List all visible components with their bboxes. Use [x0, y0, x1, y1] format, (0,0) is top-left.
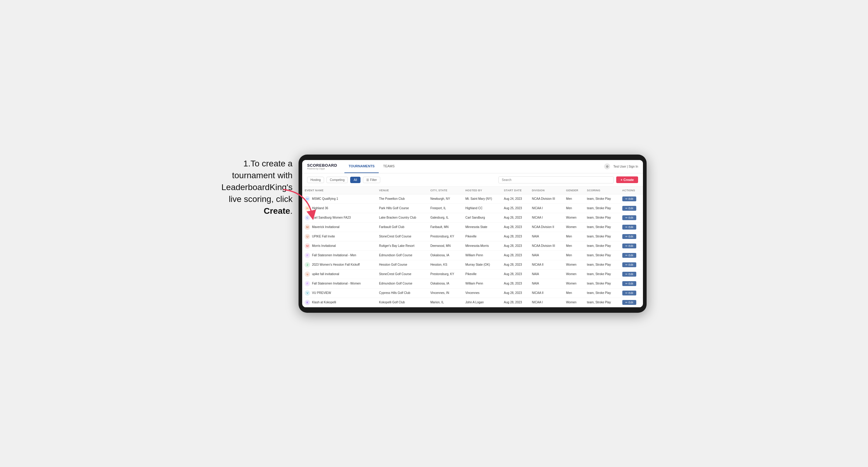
nav-tab-tournaments[interactable]: TOURNAMENTS — [344, 160, 379, 173]
cell-city-state: Hesston, KS — [428, 260, 463, 269]
toolbar: Hosting Competing All ☰ Filter + Create — [302, 174, 643, 187]
cell-scoring: team, Stroke Play — [585, 250, 620, 260]
cell-start-date: Aug 28, 2023 — [501, 250, 529, 260]
edit-button[interactable]: ✏ Edit — [622, 300, 637, 305]
event-name-text: Maverick Invitational — [312, 225, 340, 229]
cell-actions: ✏ Edit — [620, 288, 643, 298]
edit-button[interactable]: ✏ Edit — [622, 244, 637, 248]
cell-city-state: Faribault, MN — [428, 222, 463, 232]
cell-start-date: Aug 28, 2023 — [501, 269, 529, 279]
cell-actions: ✏ Edit — [620, 269, 643, 279]
team-icon: F — [305, 253, 310, 258]
hosting-filter-button[interactable]: Hosting — [307, 177, 324, 183]
cell-start-date: Aug 28, 2023 — [501, 260, 529, 269]
cell-scoring: team, Stroke Play — [585, 213, 620, 222]
edit-pencil-icon: ✏ — [625, 273, 628, 276]
cell-hosted-by: John A Logan — [463, 298, 501, 307]
cell-actions: ✏ Edit — [620, 279, 643, 288]
tablet-device: SCOREBOARD Powered by Clippit TOURNAMENT… — [299, 155, 647, 313]
cell-gender: Men — [564, 288, 585, 298]
cell-start-date: Aug 24, 2023 — [501, 194, 529, 204]
team-icon: M — [305, 243, 310, 249]
edit-button[interactable]: ✏ Edit — [622, 234, 637, 239]
edit-button[interactable]: ✏ Edit — [622, 272, 637, 277]
nav-tab-teams[interactable]: TEAMS — [379, 160, 399, 173]
col-venue: VENUE — [377, 187, 428, 194]
cell-event-name: F Fall Statesmen Invitational - Men — [302, 250, 377, 260]
table-row: F Fall Statesmen Invitational - Women Ed… — [302, 279, 643, 288]
create-button[interactable]: + Create — [616, 177, 638, 183]
edit-pencil-icon: ✏ — [625, 254, 628, 257]
edit-button[interactable]: ✏ Edit — [622, 225, 637, 229]
cell-division: NICAA I — [529, 298, 564, 307]
cell-event-name: M Maverick Invitational — [302, 222, 377, 232]
cell-city-state: Prestonsburg, KY — [428, 232, 463, 241]
table-row: F Fall Statesmen Invitational - Men Edmu… — [302, 250, 643, 260]
logo-area: SCOREBOARD Powered by Clippit — [307, 163, 337, 170]
cell-start-date: Aug 26, 2023 — [501, 213, 529, 222]
filter-toggle-button[interactable]: ☰ Filter — [363, 177, 380, 183]
event-name-text: upike fall invitational — [312, 272, 339, 276]
cell-scoring: team, Stroke Play — [585, 288, 620, 298]
col-division: DIVISION — [529, 187, 564, 194]
cell-scoring: team, Stroke Play — [585, 204, 620, 213]
cell-start-date: Aug 28, 2023 — [501, 288, 529, 298]
cell-actions: ✏ Edit — [620, 194, 643, 204]
cell-scoring: team, Stroke Play — [585, 232, 620, 241]
cell-city-state: Freeport, IL — [428, 204, 463, 213]
table-row: 2 2023 Women's Hesston Fall Kickoff Hess… — [302, 260, 643, 269]
cell-actions: ✏ Edit — [620, 241, 643, 250]
event-name-text: Fall Statesmen Invitational - Men — [312, 253, 356, 257]
search-input[interactable] — [498, 177, 614, 183]
cell-city-state: Oskaloosa, IA — [428, 279, 463, 288]
table-row: V VU PREVIEW Cypress Hills Golf Club Vin… — [302, 288, 643, 298]
table-row: C Carl Sandburg Women FA23 Lake Bracken … — [302, 213, 643, 222]
cell-start-date: Aug 28, 2023 — [501, 241, 529, 250]
cell-venue: Kokopelli Golf Club — [377, 298, 428, 307]
cell-actions: ✏ Edit — [620, 232, 643, 241]
cell-start-date: Aug 28, 2023 — [501, 298, 529, 307]
cell-city-state: Vincennes, IN — [428, 288, 463, 298]
competing-filter-button[interactable]: Competing — [327, 177, 348, 183]
cell-gender: Women — [564, 298, 585, 307]
cell-actions: ✏ Edit — [620, 298, 643, 307]
cell-actions: ✏ Edit — [620, 260, 643, 269]
cell-city-state: Deerwood, MN — [428, 241, 463, 250]
cell-start-date: Aug 28, 2023 — [501, 279, 529, 288]
cell-division: NAIA — [529, 250, 564, 260]
cell-division: NCAA Division III — [529, 241, 564, 250]
edit-button[interactable]: ✏ Edit — [622, 253, 637, 258]
cell-hosted-by: William Penn — [463, 250, 501, 260]
edit-pencil-icon: ✏ — [625, 235, 628, 238]
edit-button[interactable]: ✏ Edit — [622, 215, 637, 220]
team-icon: K — [305, 300, 310, 305]
edit-button[interactable]: ✏ Edit — [622, 262, 637, 267]
edit-pencil-icon: ✏ — [625, 197, 628, 200]
cell-event-name: V VU PREVIEW — [302, 288, 377, 298]
header-right: ⚙ Test User | Sign In — [604, 163, 638, 169]
edit-button[interactable]: ✏ Edit — [622, 281, 637, 286]
edit-pencil-icon: ✏ — [625, 263, 628, 266]
col-start-date: START DATE — [501, 187, 529, 194]
cell-scoring: team, Stroke Play — [585, 269, 620, 279]
edit-button[interactable]: ✏ Edit — [622, 206, 637, 211]
cell-start-date: Aug 25, 2023 — [501, 204, 529, 213]
cell-actions: ✏ Edit — [620, 222, 643, 232]
edit-pencil-icon: ✏ — [625, 226, 628, 229]
cell-gender: Men — [564, 250, 585, 260]
cell-venue: The Powelton Club — [377, 194, 428, 204]
col-city-state: CITY, STATE — [428, 187, 463, 194]
cell-hosted-by: Carl Sandburg — [463, 213, 501, 222]
table-row: M MSMC Qualifying 1 The Powelton Club Ne… — [302, 194, 643, 204]
search-box — [498, 177, 614, 183]
gear-icon[interactable]: ⚙ — [604, 163, 610, 169]
all-filter-button[interactable]: All — [350, 177, 360, 183]
cell-gender: Women — [564, 269, 585, 279]
edit-button[interactable]: ✏ Edit — [622, 196, 637, 201]
cell-division: NAIA — [529, 269, 564, 279]
cell-event-name: U UPIKE Fall Invite — [302, 232, 377, 241]
cell-gender: Men — [564, 241, 585, 250]
cell-gender: Men — [564, 232, 585, 241]
event-name-text: Morris Invitational — [312, 244, 336, 247]
edit-button[interactable]: ✏ Edit — [622, 290, 637, 295]
